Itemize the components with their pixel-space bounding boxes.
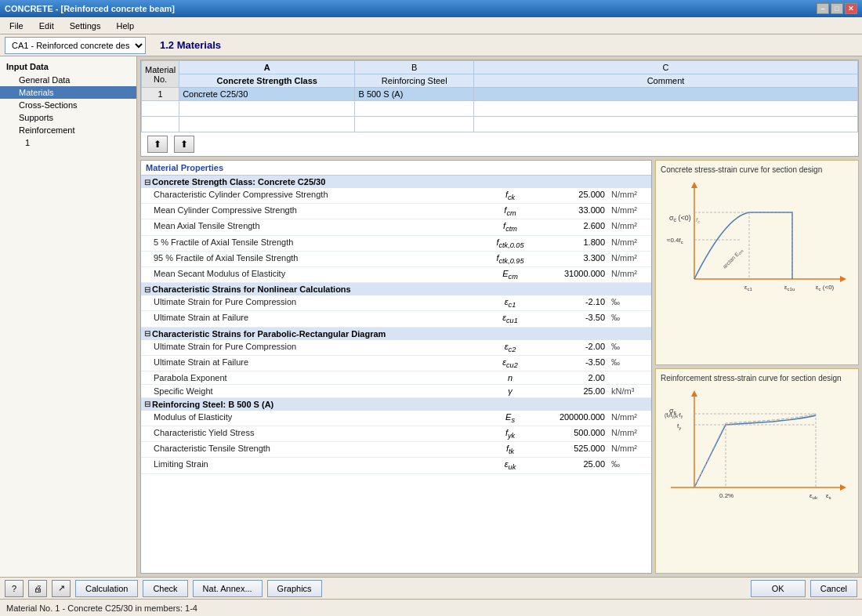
prop-unit-ecu2: ‰ [608,356,651,371]
menu-edit[interactable]: Edit [33,20,60,32]
sidebar-item-supports[interactable]: Supports [0,111,136,124]
prop-name-ecm: Mean Secant Modulus of Elasticity [141,267,483,282]
prop-sym-fctk005: fctk,0.05 [483,236,538,251]
check-button[interactable]: Check [143,580,187,597]
svg-text:εs: εs [826,492,831,500]
sidebar-item-reinforcement-1[interactable]: 1 [0,136,136,149]
materials-table: MaterialNo. A B C Concrete Strength Clas… [141,60,858,132]
graphics-button[interactable]: Graphics [267,580,322,597]
sidebar-item-materials[interactable]: Materials [0,86,136,99]
col-no-header: MaterialNo. [142,61,179,88]
prop-val-es: 200000.000 [538,411,608,426]
empty-row-1 [142,101,858,117]
menu-help[interactable]: Help [110,20,140,32]
status-bar: Material No. 1 - Concrete C25/30 in memb… [0,599,862,616]
prop-val-ec2: -2.00 [538,340,608,355]
menu-bar: File Edit Settings Help [0,17,862,34]
svg-text:σc (<0): σc (<0) [669,214,691,223]
content-area: MaterialNo. A B C Concrete Strength Clas… [137,56,862,577]
prop-name-fyk: Characteristic Yield Stress [141,426,483,441]
nat-annex-button[interactable]: Nat. Annex... [193,580,263,597]
prop-unit-fyk: N/mm² [608,426,651,441]
prop-ecm: Mean Secant Modulus of Elasticity Ecm 31… [141,267,651,283]
prop-val-gamma: 25.00 [538,385,608,397]
prop-unit-ecm: N/mm² [608,267,651,282]
svg-text:0.2%: 0.2% [719,492,733,499]
export-icon-button[interactable]: ↗ [52,580,71,597]
expand-icon-2: ⊟ [144,285,150,294]
prop-unit-ec2: ‰ [608,340,651,355]
prop-unit-fctm: N/mm² [608,219,651,234]
help-icon-button[interactable]: ? [5,580,24,597]
sidebar-item-general-data[interactable]: General Data [0,74,136,86]
section-parabolic[interactable]: ⊟ Characteristic Strains for Parabolic-R… [141,328,651,340]
prop-name-gamma: Specific Weight [141,385,483,397]
prop-val-fck: 25.000 [538,188,608,203]
prop-val-fctm: 2.600 [538,219,608,234]
col-b-header: B [355,61,474,74]
expand-icon-3: ⊟ [144,329,150,338]
menu-file[interactable]: File [3,20,30,32]
delete-row-button[interactable]: ⬆ [174,136,194,153]
prop-name-ftk: Characteristic Tensile Strength [141,442,483,457]
prop-sym-ecm: Ecm [483,267,538,282]
menu-settings[interactable]: Settings [63,20,107,32]
prop-sym-fcm: fcm [483,204,538,219]
minimize-button[interactable]: – [817,3,829,14]
sidebar-item-reinforcement[interactable]: Reinforcement [0,124,136,136]
print-icon-button[interactable]: 🖨 [28,580,47,597]
section-title: 1.2 Materials [160,39,221,51]
cancel-button[interactable]: Cancel [810,580,857,597]
table-actions: ⬆ ⬆ [141,132,858,156]
section-rebar-title: Reinforcing Steel: B 500 S (A) [152,400,273,409]
prop-name-fcm: Mean Cylinder Compressive Strength [141,204,483,219]
prop-val-ecu2: -3.50 [538,356,608,371]
expand-icon-1: ⊟ [144,178,150,187]
prop-es: Modulus of Elasticity Es 200000.000 N/mm… [141,411,651,426]
svg-text:εc1u: εc1u [784,284,795,292]
case-dropdown[interactable]: CA1 - Reinforced concrete desi... [5,37,146,54]
prop-val-ecm: 31000.000 [538,267,608,282]
svg-marker-3 [840,276,846,282]
section-concrete-strength[interactable]: ⊟ Concrete Strength Class: Concrete C25/… [141,176,651,188]
prop-val-fcm: 33.000 [538,204,608,219]
prop-gamma: Specific Weight γ 25.00 kN/m³ [141,385,651,398]
expand-icon-4: ⊟ [144,400,150,408]
prop-name-ec1: Ultimate Strain for Pure Compression [141,295,483,310]
prop-fcm: Mean Cylinder Compressive Strength fcm 3… [141,204,651,219]
prop-name-ecu2: Ultimate Strain at Failure [141,356,483,371]
prop-unit-ecu1: ‰ [608,311,651,326]
maximize-button[interactable]: □ [831,3,843,14]
svg-text:≈0.4fc: ≈0.4fc [667,237,683,245]
ok-button[interactable]: OK [751,580,806,597]
svg-marker-17 [691,390,697,397]
window-controls: – □ ✕ [817,3,857,14]
prop-val-fyk: 500.000 [538,426,608,441]
status-text: Material No. 1 - Concrete C25/30 in memb… [6,603,197,613]
table-row[interactable]: 1 Concrete C25/30 B 500 S (A) [142,88,858,101]
prop-fctm: Mean Axial Tensile Strength fctm 2.600 N… [141,219,651,235]
reinforcement-chart-title: Reinforcement stress-strain curve for se… [661,374,853,382]
prop-val-ecu1: -3.50 [538,311,608,326]
sidebar-input-data-label: Input Data [0,60,136,74]
prop-unit-fctk005: N/mm² [608,236,651,251]
svg-text:arctan Ecm: arctan Ecm [722,248,744,270]
window-title: CONCRETE - [Reinforced concrete beam] [5,4,175,13]
prop-val-fctk095: 3.300 [538,252,608,266]
svg-text:(ft/fy)k·fy: (ft/fy)k·fy [665,412,683,419]
section-parabolic-title: Characteristic Strains for Parabolic-Rec… [152,329,386,339]
calculation-button[interactable]: Calculation [75,580,138,597]
lower-area: Material Properties ⊟ Concrete Strength … [140,160,859,574]
section-nonlinear[interactable]: ⊟ Characteristic Strains for Nonlinear C… [141,283,651,295]
prop-ecu1: Ultimate Strain at Failure εcu1 -3.50 ‰ [141,311,651,327]
prop-fctk005: 5 % Fractile of Axial Tensile Strength f… [141,236,651,252]
add-row-button[interactable]: ⬆ [147,136,168,153]
toolbar-row: CA1 - Reinforced concrete desi... 1.2 Ma… [0,34,862,56]
prop-unit-ec1: ‰ [608,295,651,310]
sidebar-item-cross-sections[interactable]: Cross-Sections [0,99,136,111]
close-button[interactable]: ✕ [845,3,857,14]
section-rebar[interactable]: ⊟ Reinforcing Steel: B 500 S (A) [141,398,651,411]
prop-name-fctk005: 5 % Fractile of Axial Tensile Strength [141,236,483,251]
col-a-sub-header: Concrete Strength Class [179,74,355,88]
row-concrete: Concrete C25/30 [179,88,355,101]
